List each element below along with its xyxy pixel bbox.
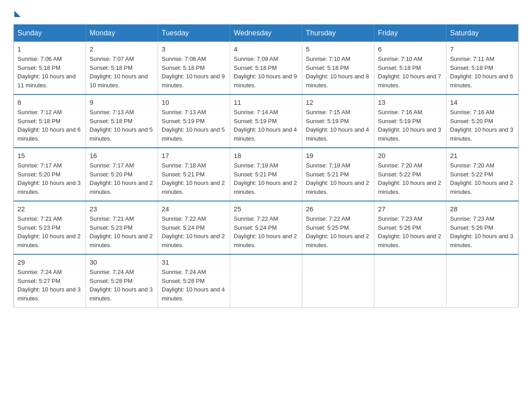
daylight-label: Daylight: 10 hours and 2 minutes. (17, 233, 81, 248)
sunrise-label: Sunrise: 7:19 AM (234, 162, 278, 169)
day-info: Sunrise: 7:14 AM Sunset: 5:19 PM Dayligh… (234, 108, 298, 143)
calendar-cell: 19 Sunrise: 7:19 AM Sunset: 5:21 PM Dayl… (302, 148, 374, 201)
sunrise-label: Sunrise: 7:20 AM (378, 162, 422, 169)
calendar-cell: 23 Sunrise: 7:21 AM Sunset: 5:23 PM Dayl… (86, 201, 158, 254)
daylight-label: Daylight: 10 hours and 6 minutes. (450, 73, 513, 89)
sunset-label: Sunset: 5:26 PM (378, 224, 421, 231)
daylight-label: Daylight: 10 hours and 3 minutes. (378, 126, 441, 142)
calendar-cell: 10 Sunrise: 7:13 AM Sunset: 5:19 PM Dayl… (158, 94, 230, 148)
daylight-label: Daylight: 10 hours and 7 minutes. (378, 73, 441, 89)
day-info: Sunrise: 7:13 AM Sunset: 5:18 PM Dayligh… (90, 108, 154, 143)
sunrise-label: Sunrise: 7:16 AM (378, 109, 422, 116)
day-info: Sunrise: 7:20 AM Sunset: 5:22 PM Dayligh… (378, 161, 442, 196)
sunset-label: Sunset: 5:21 PM (162, 171, 205, 178)
sunset-label: Sunset: 5:24 PM (234, 224, 277, 231)
daylight-label: Daylight: 10 hours and 2 minutes. (162, 233, 225, 248)
sunrise-label: Sunrise: 7:22 AM (306, 215, 350, 222)
calendar-cell: 2 Sunrise: 7:07 AM Sunset: 5:18 PM Dayli… (86, 42, 158, 94)
day-number: 1 (17, 45, 82, 53)
sunset-label: Sunset: 5:21 PM (234, 171, 277, 178)
calendar-cell: 16 Sunrise: 7:17 AM Sunset: 5:20 PM Dayl… (86, 148, 158, 201)
daylight-label: Daylight: 10 hours and 2 minutes. (234, 233, 297, 248)
sunset-label: Sunset: 5:19 PM (234, 118, 277, 124)
sunset-label: Sunset: 5:19 PM (306, 118, 349, 124)
calendar-cell (302, 254, 374, 308)
daylight-label: Daylight: 10 hours and 3 minutes. (450, 126, 513, 142)
sunrise-label: Sunrise: 7:13 AM (90, 109, 134, 116)
calendar-cell: 7 Sunrise: 7:11 AM Sunset: 5:18 PM Dayli… (446, 42, 519, 94)
day-number: 7 (450, 45, 515, 53)
sunset-label: Sunset: 5:18 PM (306, 64, 349, 71)
day-number: 15 (17, 152, 82, 159)
daylight-label: Daylight: 10 hours and 3 minutes. (90, 286, 153, 302)
day-info: Sunrise: 7:10 AM Sunset: 5:18 PM Dayligh… (306, 55, 370, 90)
calendar-week-row: 22 Sunrise: 7:21 AM Sunset: 5:23 PM Dayl… (14, 201, 519, 254)
day-number: 12 (306, 98, 370, 106)
daylight-label: Daylight: 10 hours and 4 minutes. (234, 126, 297, 142)
daylight-label: Daylight: 10 hours and 5 minutes. (90, 126, 153, 142)
day-number: 4 (234, 45, 298, 53)
day-info: Sunrise: 7:23 AM Sunset: 5:26 PM Dayligh… (450, 214, 515, 249)
day-number: 19 (306, 152, 370, 159)
daylight-label: Daylight: 10 hours and 9 minutes. (162, 73, 225, 89)
day-info: Sunrise: 7:18 AM Sunset: 5:21 PM Dayligh… (162, 161, 226, 196)
day-number: 13 (378, 98, 442, 106)
sunrise-label: Sunrise: 7:21 AM (17, 215, 62, 222)
sunrise-label: Sunrise: 7:24 AM (162, 269, 206, 275)
calendar-cell: 31 Sunrise: 7:24 AM Sunset: 5:28 PM Dayl… (158, 254, 230, 308)
logo (13, 9, 21, 15)
page-header (13, 9, 519, 15)
daylight-label: Daylight: 10 hours and 2 minutes. (234, 180, 297, 195)
day-info: Sunrise: 7:19 AM Sunset: 5:21 PM Dayligh… (306, 161, 370, 196)
daylight-label: Daylight: 10 hours and 6 minutes. (17, 126, 81, 142)
calendar-week-row: 29 Sunrise: 7:24 AM Sunset: 5:27 PM Dayl… (14, 254, 519, 308)
sunset-label: Sunset: 5:19 PM (162, 118, 205, 124)
calendar-cell: 30 Sunrise: 7:24 AM Sunset: 5:28 PM Dayl… (86, 254, 158, 308)
day-info: Sunrise: 7:20 AM Sunset: 5:22 PM Dayligh… (450, 161, 515, 196)
day-info: Sunrise: 7:17 AM Sunset: 5:20 PM Dayligh… (17, 161, 82, 196)
daylight-label: Daylight: 10 hours and 4 minutes. (162, 286, 225, 302)
sunset-label: Sunset: 5:26 PM (450, 224, 493, 231)
sunset-label: Sunset: 5:27 PM (17, 278, 60, 284)
sunset-label: Sunset: 5:23 PM (90, 224, 133, 231)
day-info: Sunrise: 7:08 AM Sunset: 5:18 PM Dayligh… (162, 55, 226, 90)
calendar-cell (446, 254, 519, 308)
sunset-label: Sunset: 5:28 PM (162, 278, 205, 284)
calendar-cell: 6 Sunrise: 7:10 AM Sunset: 5:18 PM Dayli… (374, 42, 446, 94)
sunrise-label: Sunrise: 7:17 AM (17, 162, 62, 169)
day-number: 24 (162, 205, 226, 213)
col-header-tuesday: Tuesday (158, 25, 230, 42)
day-number: 17 (162, 152, 226, 159)
day-number: 3 (162, 45, 226, 53)
calendar-week-row: 8 Sunrise: 7:12 AM Sunset: 5:18 PM Dayli… (14, 94, 519, 148)
day-number: 22 (17, 205, 82, 213)
calendar-cell: 8 Sunrise: 7:12 AM Sunset: 5:18 PM Dayli… (14, 94, 86, 148)
day-info: Sunrise: 7:22 AM Sunset: 5:24 PM Dayligh… (162, 214, 226, 249)
sunset-label: Sunset: 5:22 PM (378, 171, 421, 178)
daylight-label: Daylight: 10 hours and 11 minutes. (17, 73, 76, 89)
sunset-label: Sunset: 5:20 PM (90, 171, 133, 178)
calendar-cell: 14 Sunrise: 7:16 AM Sunset: 5:20 PM Dayl… (446, 94, 519, 148)
calendar-cell: 29 Sunrise: 7:24 AM Sunset: 5:27 PM Dayl… (14, 254, 86, 308)
col-header-monday: Monday (86, 25, 158, 42)
day-number: 20 (378, 152, 442, 159)
day-info: Sunrise: 7:15 AM Sunset: 5:19 PM Dayligh… (306, 108, 370, 143)
sunset-label: Sunset: 5:18 PM (17, 64, 60, 71)
sunset-label: Sunset: 5:18 PM (90, 64, 133, 71)
day-number: 16 (90, 152, 154, 159)
calendar-week-row: 1 Sunrise: 7:06 AM Sunset: 5:18 PM Dayli… (14, 42, 519, 94)
sunrise-label: Sunrise: 7:07 AM (90, 56, 134, 62)
sunrise-label: Sunrise: 7:21 AM (90, 215, 134, 222)
sunrise-label: Sunrise: 7:13 AM (162, 109, 206, 116)
sunset-label: Sunset: 5:21 PM (306, 171, 349, 178)
sunrise-label: Sunrise: 7:22 AM (234, 215, 278, 222)
logo-arrow-icon (14, 11, 21, 17)
day-number: 2 (90, 45, 154, 53)
daylight-label: Daylight: 10 hours and 2 minutes. (306, 233, 369, 248)
calendar-cell: 27 Sunrise: 7:23 AM Sunset: 5:26 PM Dayl… (374, 201, 446, 254)
sunset-label: Sunset: 5:22 PM (450, 171, 493, 178)
calendar-cell: 1 Sunrise: 7:06 AM Sunset: 5:18 PM Dayli… (14, 42, 86, 94)
day-number: 30 (90, 258, 154, 266)
day-number: 25 (234, 205, 298, 213)
sunrise-label: Sunrise: 7:11 AM (450, 56, 494, 62)
